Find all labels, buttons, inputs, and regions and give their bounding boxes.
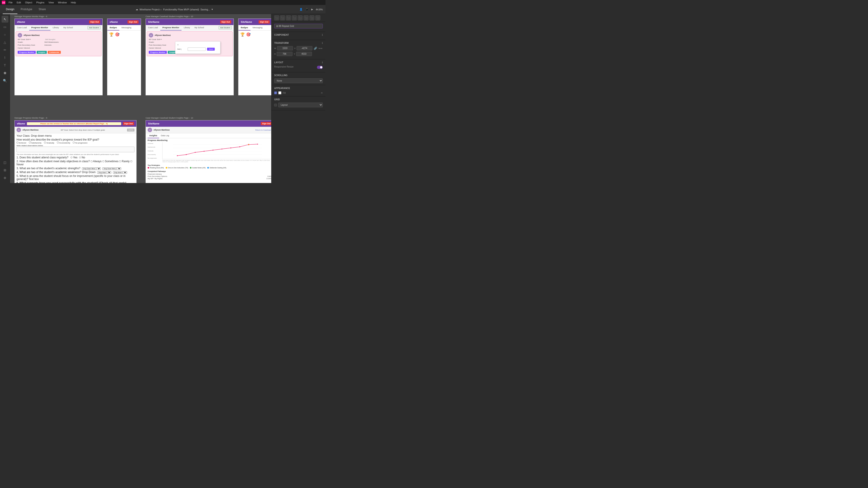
opt-no-progression[interactable]: No progression xyxy=(73,142,87,144)
transform-x-input[interactable] xyxy=(297,46,312,51)
nav-library[interactable]: Library xyxy=(51,25,61,31)
messaging-tab[interactable]: Messaging xyxy=(119,25,134,31)
strat-one-on-one: One-on-One Instruction (7/9) xyxy=(166,167,188,168)
assets-icon[interactable]: ◫ xyxy=(2,159,8,166)
menu-file[interactable]: File xyxy=(7,1,14,4)
q2-rarely[interactable]: Rarely xyxy=(119,160,129,163)
q-attend: 1. Does this student attend class regula… xyxy=(17,156,134,159)
date-btn[interactable]: DATE xyxy=(127,129,134,131)
grid-layout-select[interactable]: Layout Grid Column xyxy=(278,103,323,107)
transform-h-input[interactable] xyxy=(277,52,292,56)
nav3-caseload[interactable]: Case Load xyxy=(146,25,160,31)
layers-icon[interactable]: ⊞ xyxy=(2,167,8,173)
q2-sometimes[interactable]: Sometimes xyxy=(102,160,119,163)
transform-w-input[interactable] xyxy=(277,46,293,51)
play-icon[interactable]: ▶ xyxy=(311,8,313,11)
nav-progress-monitor[interactable]: Progress Monitor xyxy=(29,25,51,31)
link-wh-icon[interactable]: 🔗 xyxy=(314,47,317,50)
q4-dropdown2[interactable]: Drop down 2 xyxy=(113,171,127,174)
q4-dropdown1[interactable]: Drop down 1 xyxy=(97,171,111,174)
tab-design[interactable]: Design xyxy=(3,5,18,14)
opt-achieved[interactable]: Achieved xyxy=(17,142,26,144)
align-middle-icon[interactable]: ⬛ xyxy=(298,15,303,20)
align-bottom-icon[interactable]: ⬛ xyxy=(304,15,309,20)
select-tool-icon[interactable]: ↖ xyxy=(2,16,8,23)
repeat-grid-btn[interactable]: ⊞ 88 Repeat Grid xyxy=(274,24,323,29)
return-to-caseload[interactable]: Return to Caseload » xyxy=(255,129,271,131)
observations-textarea[interactable] xyxy=(17,147,134,152)
scrolling-select[interactable]: None Vertical Horizontal xyxy=(274,78,323,83)
distribute-h-icon[interactable]: ⬛ xyxy=(309,15,314,20)
collaborate-btn[interactable]: Collaborate xyxy=(48,51,61,54)
pen-tool-icon[interactable]: ✏ xyxy=(2,46,8,53)
frame5-signout[interactable]: Sign Out xyxy=(123,122,134,125)
align-center-icon[interactable]: ⬛ xyxy=(280,15,285,20)
fill-color-box[interactable] xyxy=(278,91,281,94)
insights-tab[interactable]: Insights xyxy=(148,133,159,138)
opt-satisfactorily[interactable]: Satisfactorily xyxy=(29,142,41,144)
nav3-progress-monitor[interactable]: Progress Monitor xyxy=(160,25,182,31)
q3-dropdown2[interactable]: Drop Down Menu 2 xyxy=(102,167,121,170)
grid-checkbox[interactable] xyxy=(274,104,277,106)
rectangle-tool-icon[interactable]: ▭ xyxy=(2,24,8,30)
menu-edit[interactable]: Edit xyxy=(15,1,23,4)
shape-tool-icon[interactable]: ⬟ xyxy=(2,70,8,76)
insights-btn[interactable]: Insights xyxy=(37,51,47,54)
plugins-icon[interactable]: ⊕ xyxy=(2,174,8,181)
q2-always[interactable]: Always xyxy=(91,160,102,163)
frame1-signout[interactable]: Sign Out xyxy=(89,20,100,24)
q1-no[interactable]: No xyxy=(79,156,85,159)
frame4-signout[interactable]: Sign Out xyxy=(258,20,270,24)
distribute-v-icon[interactable]: ⬛ xyxy=(315,15,320,20)
q3-dropdown1[interactable]: Drop Down Menu 1 xyxy=(82,167,101,170)
opt-inconsistently[interactable]: Inconsistently xyxy=(57,142,70,144)
modal-close-x[interactable]: × xyxy=(177,43,179,46)
menu-object[interactable]: Object xyxy=(23,1,34,4)
badges-tab[interactable]: Badges xyxy=(107,25,119,31)
brush-tool-icon[interactable]: ⌇ xyxy=(2,54,8,61)
dropdown-icon[interactable]: ▾ xyxy=(212,8,213,11)
fill-checkbox[interactable]: ✓ xyxy=(274,92,277,94)
q-supports-header: 6. What supports have you used successfu… xyxy=(17,182,134,183)
transform-y-input[interactable] xyxy=(296,52,312,56)
menu-window[interactable]: Window xyxy=(56,1,68,4)
canvas-area[interactable]: Manager Progress Monitor Page – 6 eName … xyxy=(10,14,271,183)
opt-gradually[interactable]: Gradually xyxy=(44,142,54,144)
frame4-messaging-tab[interactable]: Messaging xyxy=(250,25,265,31)
skill-save-btn[interactable]: Save xyxy=(207,48,215,51)
responsive-resize-toggle[interactable] xyxy=(317,66,323,69)
triangle-tool-icon[interactable]: △ xyxy=(2,39,8,46)
flip-icon[interactable]: ⟺ xyxy=(318,47,322,50)
add-student-btn[interactable]: Add Student xyxy=(88,26,101,29)
progress-monitor-btn[interactable]: Progress Monitor xyxy=(18,51,36,54)
q1-yes[interactable]: Yes xyxy=(70,156,78,159)
frame3-add-student-btn[interactable]: Add Student xyxy=(219,26,232,29)
menu-view[interactable]: View xyxy=(47,1,56,4)
user-icon[interactable]: 👤 xyxy=(300,8,303,11)
data-log-tab[interactable]: Data Log xyxy=(159,133,171,138)
tab-share[interactable]: Share xyxy=(35,5,49,14)
frame3-progress-monitor-btn[interactable]: Progress Monitor xyxy=(149,51,167,54)
mobile-icon[interactable]: 📱 xyxy=(305,8,309,11)
align-left-icon[interactable]: ⬛ xyxy=(274,15,279,20)
ellipse-tool-icon[interactable]: ○ xyxy=(2,31,8,38)
y-satisfactorily: Satisfactorily xyxy=(148,147,162,148)
tab-prototype[interactable]: Prototype xyxy=(18,5,35,14)
frame3-label: Case Manager Caseload Student Insights P… xyxy=(146,15,193,18)
nav-my-school[interactable]: My School xyxy=(61,25,75,31)
zoom-tool-icon[interactable]: 🔍 xyxy=(2,77,8,84)
skill-input[interactable] xyxy=(188,47,206,51)
fill-edit-icon[interactable]: ✏ xyxy=(321,92,323,94)
frame4-badges-tab[interactable]: Badges xyxy=(239,25,250,31)
nav3-my-school[interactable]: My School xyxy=(192,25,206,31)
text-tool-icon[interactable]: T xyxy=(2,62,8,69)
align-right-icon[interactable]: ⬛ xyxy=(286,15,291,20)
menu-plugins[interactable]: Plugins xyxy=(35,1,46,4)
align-top-icon[interactable]: ⬛ xyxy=(292,15,297,20)
menu-help[interactable]: Help xyxy=(69,1,78,4)
frame3-signout[interactable]: Sign Out xyxy=(220,20,231,24)
nav-caseload[interactable]: Case Load xyxy=(15,25,29,31)
nav3-library[interactable]: Library xyxy=(182,25,192,31)
frame6-signout[interactable]: Sign Out xyxy=(261,122,272,125)
frame2-signout[interactable]: Sign Out xyxy=(127,20,139,24)
